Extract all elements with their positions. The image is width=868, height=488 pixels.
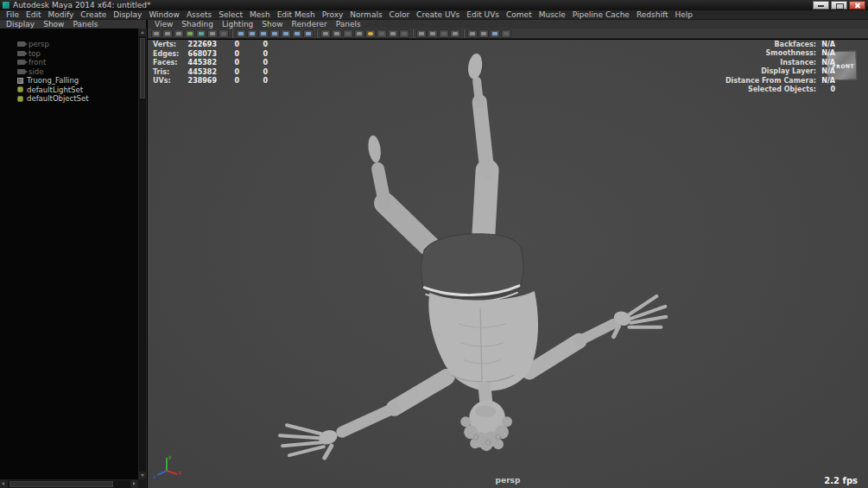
bookmarks-icon[interactable] <box>185 29 195 38</box>
vertical-scroll-thumb[interactable] <box>140 38 145 98</box>
panel-menu-row: Display Show Panels View Shading Lightin… <box>0 20 868 29</box>
viewport-menu-view[interactable]: View <box>150 20 177 29</box>
gate-mask-icon[interactable] <box>269 29 280 38</box>
hud-poly-count: Verts:22269300 Edges:66807300 Faces:4453… <box>153 41 268 86</box>
maya-window: Autodesk Maya 2014 x64: untitled* File E… <box>0 0 868 488</box>
camera-icon <box>17 41 25 47</box>
model-truong-falling[interactable] <box>148 40 868 488</box>
gamma-icon[interactable] <box>478 29 489 38</box>
perspective-viewport[interactable]: FRONT Verts:22269300 Edges:66807300 Face… <box>148 40 868 488</box>
menu-redshift[interactable]: Redshift <box>633 10 672 20</box>
menu-create-uvs[interactable]: Create UVs <box>413 10 463 20</box>
outliner-item-label: persp <box>29 40 49 48</box>
outliner-menu-panels[interactable]: Panels <box>68 20 102 29</box>
grid-icon[interactable] <box>236 29 246 38</box>
film-gate-icon[interactable] <box>247 29 257 38</box>
menu-comet[interactable]: Comet <box>503 10 535 20</box>
outliner-item-default-object-set[interactable]: defaultObjectSet <box>0 94 137 104</box>
motion-blur-icon[interactable] <box>399 29 409 38</box>
scroll-up-arrow-icon[interactable] <box>139 29 146 36</box>
outliner-item-label: top <box>29 49 41 58</box>
view-transform-icon[interactable] <box>490 29 500 38</box>
safe-action-icon[interactable] <box>292 29 302 38</box>
xray-active-components-icon[interactable] <box>450 29 460 38</box>
outliner-menu-display[interactable]: Display <box>2 20 39 29</box>
camera-name-label: persp <box>148 476 868 485</box>
title-bar: Autodesk Maya 2014 x64: untitled* <box>0 0 868 10</box>
fps-counter: 2.2 fps <box>824 476 858 485</box>
toolbar-separator <box>231 29 233 38</box>
scroll-right-arrow-icon[interactable] <box>130 480 138 488</box>
outliner-item-persp[interactable]: persp <box>0 40 137 49</box>
outliner-vertical-scrollbar[interactable] <box>138 29 146 479</box>
2d-pan-zoom-icon[interactable] <box>207 29 218 38</box>
horizontal-scroll-thumb[interactable] <box>10 481 113 487</box>
scroll-left-arrow-icon[interactable] <box>0 480 8 488</box>
menu-modify[interactable]: Modify <box>45 10 78 20</box>
viewport-menu-lighting[interactable]: Lighting <box>218 20 257 29</box>
set-icon <box>17 86 23 92</box>
outliner-item-default-light-set[interactable]: defaultLightSet <box>0 86 137 95</box>
select-camera-icon[interactable] <box>151 29 162 38</box>
outliner-item-front[interactable]: front <box>0 58 137 67</box>
axis-y-label: y <box>168 453 172 460</box>
scrollbar-corner <box>138 479 146 488</box>
wireframe-icon[interactable] <box>320 29 331 38</box>
menu-normals[interactable]: Normals <box>346 10 385 20</box>
viewport-menu-panels[interactable]: Panels <box>332 20 365 29</box>
use-default-material-icon[interactable] <box>354 29 364 38</box>
lighting-icon[interactable] <box>365 29 376 38</box>
viewport-menu-show[interactable]: Show <box>257 20 287 29</box>
outliner-item-label: Truong_Falling <box>27 76 79 85</box>
menu-mesh[interactable]: Mesh <box>246 10 274 20</box>
menu-assets[interactable]: Assets <box>183 10 215 20</box>
close-button[interactable] <box>849 1 865 10</box>
viewport-menu-renderer[interactable]: Renderer <box>288 20 332 29</box>
outliner-horizontal-scrollbar[interactable] <box>0 479 138 488</box>
hud-object-details: Backfaces:N/A Smoothness:N/A Instance:N/… <box>695 41 835 94</box>
menu-display[interactable]: Display <box>110 10 145 20</box>
grease-pencil-icon[interactable] <box>219 29 229 38</box>
xray-icon[interactable] <box>439 29 449 38</box>
shadows-icon[interactable] <box>377 29 387 38</box>
outliner-item-label: front <box>29 58 46 67</box>
outliner-menu-show[interactable]: Show <box>39 20 68 29</box>
scroll-down-arrow-icon[interactable] <box>139 472 146 479</box>
menu-color[interactable]: Color <box>386 10 414 20</box>
camera-icon <box>17 60 25 65</box>
screen-space-ao-icon[interactable] <box>388 29 398 38</box>
safe-title-icon[interactable] <box>303 29 314 38</box>
isolate-select-icon[interactable] <box>428 29 438 38</box>
snapshot-share-icon[interactable] <box>501 29 511 38</box>
viewport-menu-shading[interactable]: Shading <box>177 20 218 29</box>
textured-icon[interactable] <box>343 29 353 38</box>
menu-edit[interactable]: Edit <box>22 10 44 20</box>
menu-help[interactable]: Help <box>671 10 696 20</box>
outliner-item-top[interactable]: top <box>0 49 137 59</box>
maximize-button[interactable] <box>831 1 847 10</box>
outliner-item-truong-falling[interactable]: Truong_Falling <box>0 76 137 86</box>
toolbar-separator <box>412 29 414 38</box>
menu-file[interactable]: File <box>3 10 22 20</box>
menu-edit-uvs[interactable]: Edit UVs <box>463 10 503 20</box>
smooth-shade-icon[interactable] <box>332 29 342 38</box>
menu-create[interactable]: Create <box>77 10 110 20</box>
minimize-button[interactable] <box>813 1 829 10</box>
multisample-icon[interactable] <box>416 29 427 38</box>
camera-attributes-icon[interactable] <box>174 29 184 38</box>
menu-window[interactable]: Window <box>145 10 183 20</box>
exposure-icon[interactable] <box>467 29 478 38</box>
menu-proxy[interactable]: Proxy <box>319 10 347 20</box>
image-plane-label: FRONT <box>832 62 854 69</box>
outliner-item-side[interactable]: side <box>0 67 137 77</box>
menu-muscle[interactable]: Muscle <box>535 10 569 20</box>
image-plane-icon[interactable] <box>196 29 206 38</box>
resolution-gate-icon[interactable] <box>258 29 269 38</box>
outliner-tree: persp top front side Truong_Falling defa… <box>0 40 137 104</box>
field-chart-icon[interactable] <box>281 29 291 38</box>
lock-camera-icon[interactable] <box>162 29 173 38</box>
menu-edit-mesh[interactable]: Edit Mesh <box>274 10 319 20</box>
toolbar-separator <box>463 29 465 38</box>
menu-pipeline-cache[interactable]: Pipeline Cache <box>569 10 633 20</box>
menu-select[interactable]: Select <box>215 10 246 20</box>
